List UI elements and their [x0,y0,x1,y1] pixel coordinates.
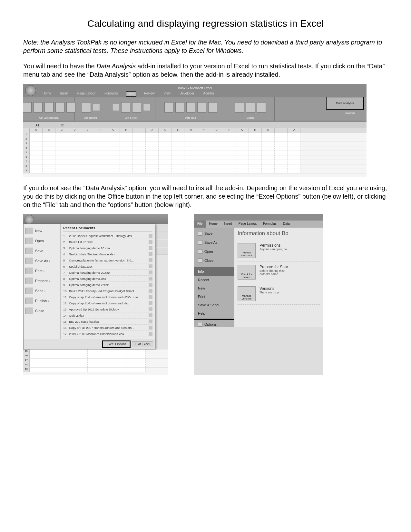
cell[interactable] [146,133,159,137]
fx-icon[interactable]: fx [61,123,64,127]
cell[interactable] [133,142,146,146]
cell[interactable] [107,155,120,160]
cell[interactable] [55,142,68,146]
tab-formulas[interactable]: Formulas [260,221,280,228]
cell[interactable] [288,151,300,155]
nav-open[interactable]: Open [194,247,234,256]
protect-workbook-button[interactable]: Protect Workbook [238,243,256,258]
cell[interactable] [55,160,68,164]
cell[interactable] [223,146,236,151]
cell[interactable] [68,354,88,358]
cell[interactable] [88,350,107,354]
cell[interactable] [197,142,210,146]
recent-item[interactable]: 7Optimal foraging demo 20.xlsx [63,270,152,276]
cell[interactable] [262,133,275,137]
cell[interactable] [68,137,81,142]
col-header[interactable]: J [146,128,159,133]
cell[interactable] [262,169,275,173]
cell[interactable] [171,169,184,173]
cell[interactable] [275,133,288,137]
cell[interactable] [236,142,249,146]
cell[interactable] [55,137,68,142]
tab-home[interactable]: Home [206,221,221,228]
cell[interactable] [146,151,159,155]
cell[interactable] [30,169,43,173]
text-to-columns-icon[interactable] [164,102,173,113]
from-access-icon[interactable] [23,102,32,113]
cell[interactable] [197,164,210,169]
cell[interactable] [68,363,88,367]
cell[interactable] [81,133,94,137]
recent-item[interactable]: 4Seabird data Student Version.xlsx [63,251,152,257]
subtotal-icon[interactable] [257,102,266,113]
pin-icon[interactable] [149,332,152,336]
pin-icon[interactable] [149,271,152,274]
pin-icon[interactable] [149,320,152,323]
row-header[interactable]: 5 [23,151,30,155]
cell[interactable] [107,146,120,151]
cell[interactable] [275,146,288,151]
tab-formulas[interactable]: Formulas [103,91,119,97]
cell[interactable] [236,137,249,142]
recent-item[interactable]: 6Seabird data.xlsx [63,263,152,270]
cell[interactable] [210,146,223,151]
cell[interactable] [120,146,133,151]
cell[interactable] [94,155,107,160]
cell[interactable] [262,151,275,155]
office-button-icon[interactable] [24,215,34,224]
menu-print[interactable]: Print [25,266,59,276]
menu-new[interactable]: New [25,226,59,236]
cell[interactable] [171,164,184,169]
cell[interactable] [275,169,288,173]
cell[interactable] [249,151,262,155]
what-if-icon[interactable] [208,102,217,113]
cell[interactable] [197,155,210,160]
cell[interactable] [126,350,146,354]
cell[interactable] [81,164,94,169]
col-header[interactable]: O [210,128,223,133]
check-issues-button[interactable]: Check for Issues [238,265,256,280]
col-header[interactable]: M [184,128,197,133]
cell[interactable] [43,133,55,137]
cell[interactable] [210,164,223,169]
cell[interactable] [81,146,94,151]
cell[interactable] [184,169,197,173]
cell[interactable] [249,169,262,173]
pin-icon[interactable] [149,277,152,281]
row-header[interactable]: 2 [23,137,30,142]
cell[interactable] [68,368,88,372]
cell[interactable] [236,151,249,155]
cell[interactable] [249,164,262,169]
cell[interactable] [159,164,171,169]
cell[interactable] [55,133,68,137]
cell[interactable] [249,142,262,146]
cell[interactable] [236,133,249,137]
cell[interactable] [197,169,210,173]
cell[interactable] [133,155,146,160]
cell[interactable] [30,354,49,358]
cell[interactable] [223,133,236,137]
menu-prepare[interactable]: Prepare [25,276,59,286]
cell[interactable] [288,142,300,146]
cell[interactable] [249,133,262,137]
cell[interactable] [94,169,107,173]
cell[interactable] [159,133,171,137]
cell[interactable] [288,155,300,160]
cell[interactable] [210,151,223,155]
cell[interactable] [197,146,210,151]
recent-item[interactable]: 15BIO 220 class list.xlsx [63,319,152,325]
cell[interactable] [30,368,49,372]
cell[interactable] [68,160,81,164]
cell[interactable] [107,354,126,358]
cell[interactable] [210,137,223,142]
cell[interactable] [288,169,300,173]
cell[interactable] [81,169,94,173]
row-header[interactable]: 3 [23,142,30,146]
cell[interactable] [107,359,126,363]
cell[interactable] [49,350,68,354]
pin-icon[interactable] [149,307,152,311]
cell[interactable] [249,146,262,151]
cell[interactable] [126,354,146,358]
cell[interactable] [30,142,43,146]
tab-review[interactable]: Review [143,91,156,97]
